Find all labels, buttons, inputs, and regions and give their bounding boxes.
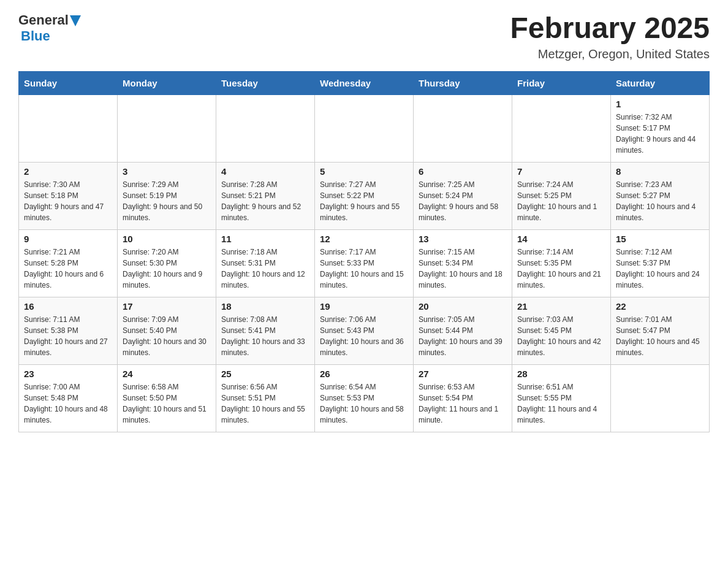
day-number: 4 (221, 166, 309, 177)
location-subtitle: Metzger, Oregon, United States (510, 47, 710, 61)
day-info: Sunrise: 7:28 AM Sunset: 5:21 PM Dayligh… (221, 179, 309, 223)
calendar-day-cell: 22Sunrise: 7:01 AM Sunset: 5:47 PM Dayli… (611, 297, 710, 364)
day-info: Sunrise: 7:21 AM Sunset: 5:28 PM Dayligh… (24, 247, 112, 291)
day-number: 25 (221, 369, 309, 379)
calendar-day-cell: 13Sunrise: 7:15 AM Sunset: 5:34 PM Dayli… (414, 229, 512, 297)
day-info: Sunrise: 7:00 AM Sunset: 5:48 PM Dayligh… (24, 381, 112, 426)
day-number: 8 (616, 166, 704, 177)
day-info: Sunrise: 7:23 AM Sunset: 5:27 PM Dayligh… (616, 179, 704, 223)
day-info: Sunrise: 7:09 AM Sunset: 5:40 PM Dayligh… (123, 314, 211, 358)
col-wednesday: Wednesday (315, 71, 414, 94)
calendar-day-cell: 7Sunrise: 7:24 AM Sunset: 5:25 PM Daylig… (512, 162, 611, 229)
day-number: 12 (320, 234, 408, 244)
calendar-day-cell (512, 94, 611, 162)
calendar-day-cell: 2Sunrise: 7:30 AM Sunset: 5:18 PM Daylig… (19, 162, 118, 229)
day-number: 20 (419, 301, 507, 312)
calendar-day-cell: 3Sunrise: 7:29 AM Sunset: 5:19 PM Daylig… (118, 162, 216, 229)
col-tuesday: Tuesday (216, 71, 315, 94)
calendar-day-cell: 27Sunrise: 6:53 AM Sunset: 5:54 PM Dayli… (414, 364, 512, 432)
day-info: Sunrise: 7:12 AM Sunset: 5:37 PM Dayligh… (616, 247, 704, 291)
calendar-table: Sunday Monday Tuesday Wednesday Thursday… (18, 71, 710, 432)
calendar-week-row: 16Sunrise: 7:11 AM Sunset: 5:38 PM Dayli… (19, 297, 710, 364)
col-monday: Monday (118, 71, 216, 94)
day-info: Sunrise: 6:53 AM Sunset: 5:54 PM Dayligh… (419, 381, 507, 426)
day-info: Sunrise: 7:08 AM Sunset: 5:41 PM Dayligh… (221, 314, 309, 358)
calendar-day-cell: 9Sunrise: 7:21 AM Sunset: 5:28 PM Daylig… (19, 229, 118, 297)
calendar-day-cell (414, 94, 512, 162)
day-info: Sunrise: 7:14 AM Sunset: 5:35 PM Dayligh… (517, 247, 605, 291)
calendar-day-cell: 28Sunrise: 6:51 AM Sunset: 5:55 PM Dayli… (512, 364, 611, 432)
calendar-day-cell: 26Sunrise: 6:54 AM Sunset: 5:53 PM Dayli… (315, 364, 414, 432)
calendar-day-cell: 14Sunrise: 7:14 AM Sunset: 5:35 PM Dayli… (512, 229, 611, 297)
day-number: 19 (320, 301, 408, 312)
calendar-day-cell (611, 364, 710, 432)
calendar-day-cell: 4Sunrise: 7:28 AM Sunset: 5:21 PM Daylig… (216, 162, 315, 229)
calendar-week-row: 23Sunrise: 7:00 AM Sunset: 5:48 PM Dayli… (19, 364, 710, 432)
logo: General Blue (18, 12, 81, 44)
calendar-day-cell: 8Sunrise: 7:23 AM Sunset: 5:27 PM Daylig… (611, 162, 710, 229)
day-number: 18 (221, 301, 309, 312)
calendar-day-cell: 16Sunrise: 7:11 AM Sunset: 5:38 PM Dayli… (19, 297, 118, 364)
day-info: Sunrise: 7:24 AM Sunset: 5:25 PM Dayligh… (517, 179, 605, 223)
day-info: Sunrise: 7:11 AM Sunset: 5:38 PM Dayligh… (24, 314, 112, 358)
logo-blue-text: Blue (21, 28, 50, 44)
calendar-week-row: 2Sunrise: 7:30 AM Sunset: 5:18 PM Daylig… (19, 162, 710, 229)
day-number: 5 (320, 166, 408, 177)
calendar-day-cell: 23Sunrise: 7:00 AM Sunset: 5:48 PM Dayli… (19, 364, 118, 432)
day-number: 24 (123, 369, 211, 379)
day-info: Sunrise: 7:29 AM Sunset: 5:19 PM Dayligh… (123, 179, 211, 223)
day-info: Sunrise: 6:54 AM Sunset: 5:53 PM Dayligh… (320, 381, 408, 426)
title-section: February 2025 Metzger, Oregon, United St… (510, 12, 710, 61)
day-info: Sunrise: 7:20 AM Sunset: 5:30 PM Dayligh… (123, 247, 211, 291)
day-number: 27 (419, 369, 507, 379)
calendar-day-cell: 21Sunrise: 7:03 AM Sunset: 5:45 PM Dayli… (512, 297, 611, 364)
day-number: 6 (419, 166, 507, 177)
col-thursday: Thursday (414, 71, 512, 94)
calendar-day-cell: 20Sunrise: 7:05 AM Sunset: 5:44 PM Dayli… (414, 297, 512, 364)
day-number: 13 (419, 234, 507, 244)
calendar-day-cell (19, 94, 118, 162)
day-info: Sunrise: 7:06 AM Sunset: 5:43 PM Dayligh… (320, 314, 408, 358)
day-info: Sunrise: 7:01 AM Sunset: 5:47 PM Dayligh… (616, 314, 704, 358)
calendar-day-cell (315, 94, 414, 162)
day-number: 10 (123, 234, 211, 244)
calendar-day-cell (118, 94, 216, 162)
col-sunday: Sunday (19, 71, 118, 94)
day-info: Sunrise: 7:25 AM Sunset: 5:24 PM Dayligh… (419, 179, 507, 223)
day-number: 11 (221, 234, 309, 244)
col-saturday: Saturday (611, 71, 710, 94)
day-info: Sunrise: 7:15 AM Sunset: 5:34 PM Dayligh… (419, 247, 507, 291)
calendar-day-cell: 6Sunrise: 7:25 AM Sunset: 5:24 PM Daylig… (414, 162, 512, 229)
calendar-header-row: Sunday Monday Tuesday Wednesday Thursday… (19, 71, 710, 94)
day-number: 17 (123, 301, 211, 312)
day-number: 21 (517, 301, 605, 312)
calendar-day-cell (216, 94, 315, 162)
page-header: General Blue February 2025 Metzger, Oreg… (18, 12, 710, 61)
day-info: Sunrise: 6:51 AM Sunset: 5:55 PM Dayligh… (517, 381, 605, 426)
calendar-day-cell: 10Sunrise: 7:20 AM Sunset: 5:30 PM Dayli… (118, 229, 216, 297)
day-info: Sunrise: 7:05 AM Sunset: 5:44 PM Dayligh… (419, 314, 507, 358)
calendar-week-row: 9Sunrise: 7:21 AM Sunset: 5:28 PM Daylig… (19, 229, 710, 297)
svg-marker-0 (70, 15, 81, 26)
day-number: 3 (123, 166, 211, 177)
day-number: 7 (517, 166, 605, 177)
logo-triangle-icon (70, 15, 81, 26)
day-info: Sunrise: 7:18 AM Sunset: 5:31 PM Dayligh… (221, 247, 309, 291)
calendar-day-cell: 11Sunrise: 7:18 AM Sunset: 5:31 PM Dayli… (216, 229, 315, 297)
day-info: Sunrise: 7:03 AM Sunset: 5:45 PM Dayligh… (517, 314, 605, 358)
calendar-week-row: 1Sunrise: 7:32 AM Sunset: 5:17 PM Daylig… (19, 94, 710, 162)
logo-general-text: General (18, 12, 69, 28)
calendar-day-cell: 12Sunrise: 7:17 AM Sunset: 5:33 PM Dayli… (315, 229, 414, 297)
day-info: Sunrise: 6:56 AM Sunset: 5:51 PM Dayligh… (221, 381, 309, 426)
calendar-day-cell: 19Sunrise: 7:06 AM Sunset: 5:43 PM Dayli… (315, 297, 414, 364)
day-info: Sunrise: 7:17 AM Sunset: 5:33 PM Dayligh… (320, 247, 408, 291)
day-number: 14 (517, 234, 605, 244)
day-number: 1 (616, 99, 704, 109)
col-friday: Friday (512, 71, 611, 94)
day-number: 23 (24, 369, 112, 379)
calendar-day-cell: 5Sunrise: 7:27 AM Sunset: 5:22 PM Daylig… (315, 162, 414, 229)
day-number: 9 (24, 234, 112, 244)
day-info: Sunrise: 7:30 AM Sunset: 5:18 PM Dayligh… (24, 179, 112, 223)
calendar-day-cell: 1Sunrise: 7:32 AM Sunset: 5:17 PM Daylig… (611, 94, 710, 162)
day-number: 2 (24, 166, 112, 177)
